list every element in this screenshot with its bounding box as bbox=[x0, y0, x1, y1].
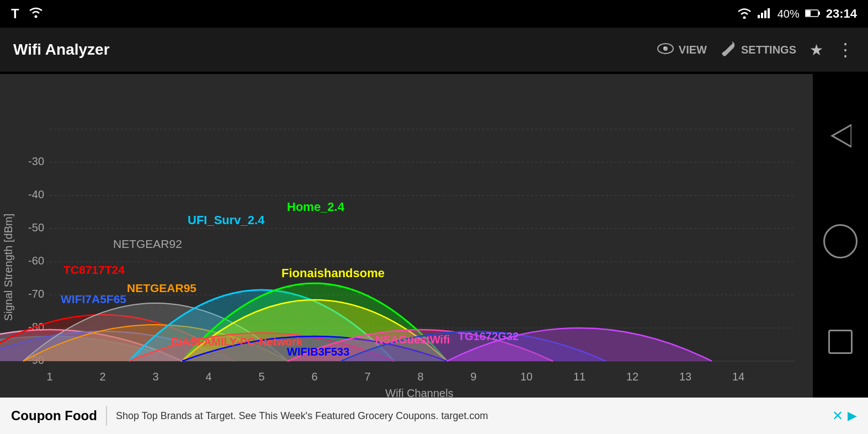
wifi-chart-svg: -30 -40 -50 -60 -70 -80 -90 Signal Stren… bbox=[0, 74, 813, 403]
signal-icon bbox=[758, 7, 772, 21]
svg-text:WIFI7A5F65: WIFI7A5F65 bbox=[61, 293, 126, 305]
favorites-button[interactable]: ★ bbox=[810, 41, 823, 59]
app-title: Wifi Analyzer bbox=[13, 41, 657, 59]
app-bar-actions: VIEW SETTINGS ★ ⋮ bbox=[657, 39, 855, 60]
svg-text:WIFIB3F533: WIFIB3F533 bbox=[287, 346, 349, 358]
status-bar: T 40% 23:14 bbox=[0, 0, 868, 28]
ad-bar: Coupon Food Shop Top Brands at Target. S… bbox=[0, 398, 868, 434]
svg-text:2: 2 bbox=[99, 371, 105, 383]
svg-text:TC8717T24: TC8717T24 bbox=[63, 263, 125, 276]
svg-text:-30: -30 bbox=[28, 155, 44, 167]
svg-text:-70: -70 bbox=[28, 288, 44, 300]
svg-text:Home_2.4: Home_2.4 bbox=[287, 200, 345, 214]
svg-rect-2 bbox=[758, 15, 760, 18]
view-label: VIEW bbox=[679, 44, 707, 56]
nav-buttons bbox=[813, 72, 868, 401]
svg-rect-5 bbox=[768, 8, 770, 18]
wifi-status-icon bbox=[27, 6, 45, 22]
eye-icon bbox=[657, 43, 674, 57]
more-options-button[interactable]: ⋮ bbox=[837, 39, 855, 60]
svg-text:13: 13 bbox=[679, 371, 691, 383]
ad-play-button[interactable]: ▶ bbox=[848, 409, 857, 423]
svg-marker-56 bbox=[832, 125, 851, 147]
svg-text:14: 14 bbox=[732, 371, 744, 383]
svg-rect-7 bbox=[806, 10, 811, 16]
svg-text:7: 7 bbox=[364, 371, 370, 383]
svg-text:9: 9 bbox=[470, 371, 476, 383]
svg-text:10: 10 bbox=[520, 371, 532, 383]
svg-rect-8 bbox=[818, 12, 820, 15]
carrier-icon: T bbox=[11, 6, 19, 22]
svg-text:-40: -40 bbox=[28, 188, 44, 200]
battery-icon bbox=[805, 8, 821, 20]
svg-rect-3 bbox=[761, 13, 763, 18]
view-button[interactable]: VIEW bbox=[657, 43, 707, 57]
chart-area: -30 -40 -50 -60 -70 -80 -90 Signal Stren… bbox=[0, 74, 813, 403]
home-button[interactable] bbox=[823, 224, 858, 258]
recent-apps-button[interactable] bbox=[828, 330, 853, 354]
ad-divider bbox=[106, 406, 107, 426]
svg-text:12: 12 bbox=[626, 371, 638, 383]
time-display: 23:14 bbox=[826, 7, 857, 21]
wifi-icon bbox=[737, 7, 752, 22]
ad-text: Shop Top Brands at Target. See This Week… bbox=[116, 410, 826, 422]
settings-button[interactable]: SETTINGS bbox=[720, 41, 796, 59]
battery-percent: 40% bbox=[778, 8, 800, 20]
svg-text:NETGEAR92: NETGEAR92 bbox=[113, 237, 182, 250]
svg-text:NSAGuestWifi: NSAGuestWifi bbox=[375, 334, 450, 346]
svg-text:11: 11 bbox=[573, 371, 585, 383]
status-left: T bbox=[11, 6, 45, 22]
wrench-icon bbox=[720, 41, 737, 59]
svg-text:TG1672G32: TG1672G32 bbox=[458, 330, 519, 342]
back-button[interactable] bbox=[823, 119, 858, 153]
svg-text:-50: -50 bbox=[28, 221, 44, 234]
svg-text:UFI_Surv_2.4: UFI_Surv_2.4 bbox=[188, 213, 265, 227]
svg-point-1 bbox=[743, 16, 745, 19]
svg-text:8: 8 bbox=[417, 371, 423, 383]
svg-rect-4 bbox=[764, 10, 766, 18]
main-content: -30 -40 -50 -60 -70 -80 -90 Signal Stren… bbox=[0, 72, 868, 401]
ad-brand: Coupon Food bbox=[11, 408, 97, 424]
svg-text:3: 3 bbox=[152, 371, 158, 383]
svg-text:BiASFAMILY-PC-Network: BiASFAMILY-PC-Network bbox=[171, 336, 303, 348]
svg-text:6: 6 bbox=[311, 371, 317, 383]
ad-close-button[interactable]: ✕ bbox=[832, 408, 843, 424]
svg-text:1: 1 bbox=[46, 371, 52, 383]
settings-label: SETTINGS bbox=[741, 44, 796, 56]
svg-point-11 bbox=[663, 46, 665, 48]
svg-text:Signal Strength [dBm]: Signal Strength [dBm] bbox=[2, 214, 14, 321]
app-bar: Wifi Analyzer VIEW SETTINGS ★ ⋮ bbox=[0, 28, 868, 72]
svg-text:5: 5 bbox=[258, 371, 264, 383]
svg-text:NETGEAR95: NETGEAR95 bbox=[127, 282, 196, 294]
svg-point-0 bbox=[34, 15, 37, 18]
status-right: 40% 23:14 bbox=[737, 7, 857, 22]
svg-text:4: 4 bbox=[205, 371, 211, 383]
svg-text:-60: -60 bbox=[28, 255, 44, 267]
svg-text:Fionaishandsome: Fionaishandsome bbox=[281, 266, 385, 280]
